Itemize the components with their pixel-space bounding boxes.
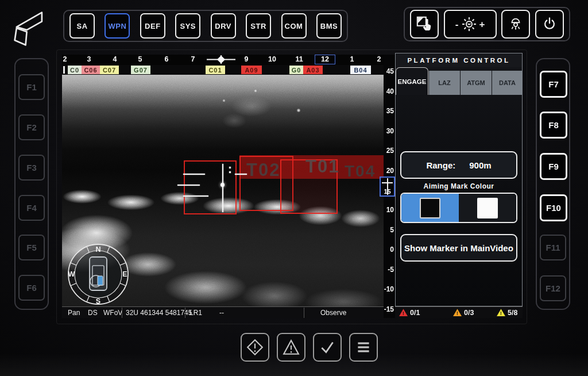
designation-chip[interactable]: G0 bbox=[289, 66, 303, 74]
nav-button-wpn[interactable]: WPN bbox=[105, 13, 130, 39]
designation-chip[interactable]: A09 bbox=[241, 66, 262, 74]
elevation-value: -5 bbox=[384, 266, 394, 274]
elevation-value: 5 bbox=[384, 226, 394, 234]
status-state: Observe bbox=[320, 309, 346, 317]
sight-video-view[interactable]: 2 3 4 5 6 7 9 10 11 12 1 2 C0 C06 C07 G bbox=[62, 55, 384, 318]
show-marker-button[interactable]: Show Marker in MainVideo bbox=[400, 234, 517, 262]
tab-atgm[interactable]: ATGM bbox=[461, 71, 492, 95]
warning-status-bar: ! 0/1 ! 0/3 ! 5/8 bbox=[395, 306, 523, 318]
azimuth-tick: 7 bbox=[191, 55, 195, 63]
nav-button-com[interactable]: COM bbox=[281, 13, 307, 39]
advisory-warning-item[interactable]: ! 5/8 bbox=[496, 308, 517, 317]
aiming-mark-colour-label: Aiming Mark Colour bbox=[396, 182, 522, 190]
fkey-f6[interactable]: F6 bbox=[18, 275, 45, 301]
fkey-f12[interactable]: F12 bbox=[540, 275, 566, 301]
nav-button-def[interactable]: DEF bbox=[140, 13, 165, 39]
main-menu-bar: SA WPN DEF SYS DRV STR COM BMS bbox=[63, 10, 348, 42]
advisory-count: 5/8 bbox=[508, 309, 517, 317]
designation-chip[interactable]: G07 bbox=[131, 66, 150, 74]
svg-text:!: ! bbox=[457, 310, 458, 316]
svg-text:!: ! bbox=[500, 310, 502, 316]
touch-toggle-icon bbox=[416, 16, 433, 33]
nav-button-sa[interactable]: SA bbox=[69, 13, 95, 39]
confirm-button[interactable] bbox=[313, 333, 342, 362]
azimuth-tick: 6 bbox=[165, 55, 169, 63]
fkey-column-left: F1 F2 F3 F4 F5 F6 bbox=[14, 58, 49, 310]
nav-button-bms[interactable]: BMS bbox=[316, 13, 342, 39]
nav-button-sys[interactable]: SYS bbox=[175, 13, 200, 39]
system-control-bar: - + bbox=[404, 7, 570, 41]
fkey-f1[interactable]: F1 bbox=[18, 74, 45, 100]
menu-button[interactable] bbox=[349, 333, 378, 362]
elevation-value: 0 bbox=[384, 245, 394, 254]
designation-chip[interactable]: C0 bbox=[68, 66, 82, 74]
power-icon bbox=[541, 16, 558, 32]
designation-chip[interactable]: C06 bbox=[82, 66, 100, 74]
reticle-dot bbox=[229, 171, 231, 173]
warning-list-button[interactable] bbox=[277, 333, 305, 362]
brightness-plus[interactable]: + bbox=[479, 20, 485, 29]
caution-triangle-icon: ! bbox=[452, 308, 462, 317]
status-fov: WFoV bbox=[103, 309, 122, 317]
designation-chip[interactable]: C01 bbox=[206, 66, 225, 74]
azimuth-tick: 3 bbox=[87, 55, 91, 63]
azimuth-tick: 9 bbox=[245, 55, 249, 63]
elevation-scale: 45 40 35 30 25 20 10 5 0 -5 -10 -15 15 bbox=[384, 55, 395, 318]
elevation-value: 10 bbox=[384, 206, 394, 214]
menu-list-icon bbox=[354, 338, 373, 356]
elevation-marker-crossbar bbox=[382, 182, 393, 183]
error-warning-item[interactable]: ! 0/1 bbox=[399, 308, 420, 317]
fkey-f9[interactable]: F9 bbox=[540, 153, 567, 180]
fkey-f5[interactable]: F5 bbox=[18, 235, 45, 260]
azimuth-tick: 11 bbox=[295, 55, 303, 63]
aiming-colour-black-option[interactable] bbox=[401, 194, 459, 222]
designation-row: C0 C06 C07 G07 C01 A09 G0 A03 B04 bbox=[62, 65, 384, 75]
range-value: 900m bbox=[469, 160, 491, 170]
fkey-f4[interactable]: F4 bbox=[18, 195, 45, 221]
nav-button-drv[interactable]: DRV bbox=[211, 13, 236, 39]
target-label-t02: T02 bbox=[246, 161, 280, 179]
caution-warning-item[interactable]: ! 0/3 bbox=[452, 308, 474, 317]
elevation-value: 30 bbox=[384, 127, 394, 135]
alert-acknowledge-button[interactable] bbox=[241, 333, 269, 362]
touch-toggle-button[interactable] bbox=[410, 10, 439, 39]
brightness-minus[interactable]: - bbox=[455, 20, 459, 29]
elevation-value: -15 bbox=[384, 305, 394, 313]
compass-north-label: N bbox=[95, 245, 100, 254]
panel-lamp-button[interactable] bbox=[501, 10, 530, 39]
azimuth-tick: 1 bbox=[350, 55, 354, 63]
status-sensor: DS bbox=[88, 309, 98, 317]
reticle-dot bbox=[229, 167, 231, 168]
target-label-t01: T01 bbox=[305, 158, 339, 175]
designation-chip[interactable]: B04 bbox=[350, 66, 371, 74]
warning-triangle-icon bbox=[282, 338, 300, 356]
fkey-f10[interactable]: F10 bbox=[540, 194, 567, 221]
range-button[interactable]: Range: 900m bbox=[400, 151, 517, 179]
aiming-box[interactable] bbox=[184, 160, 237, 214]
elevation-marker-value: 15 bbox=[381, 188, 394, 195]
elevation-marker: 15 bbox=[380, 177, 395, 197]
tab-data[interactable]: DATA bbox=[492, 71, 523, 95]
elevation-value: 40 bbox=[384, 87, 394, 95]
fkey-column-right: F7 F8 F9 F10 F11 F12 bbox=[536, 58, 570, 310]
elevation-value: 20 bbox=[384, 167, 394, 175]
designation-chip[interactable]: C07 bbox=[100, 66, 119, 74]
power-button[interactable] bbox=[535, 10, 564, 39]
svg-text:!: ! bbox=[403, 310, 404, 316]
fkey-f2[interactable]: F2 bbox=[18, 114, 45, 140]
elevation-value: 25 bbox=[384, 147, 394, 155]
tab-laz[interactable]: LAZ bbox=[429, 71, 460, 95]
fkey-f3[interactable]: F3 bbox=[18, 155, 45, 181]
elevation-value: 35 bbox=[384, 107, 394, 115]
tab-engage[interactable]: ENGAGE bbox=[396, 67, 428, 95]
designation-chip[interactable]: A03 bbox=[303, 66, 323, 74]
nav-button-str[interactable]: STR bbox=[246, 13, 271, 39]
azimuth-scale: 2 3 4 5 6 7 9 10 11 12 1 2 bbox=[62, 55, 384, 65]
fkey-f8[interactable]: F8 bbox=[540, 112, 567, 139]
brightness-control[interactable]: - + bbox=[444, 10, 497, 39]
fkey-f11[interactable]: F11 bbox=[540, 235, 566, 260]
aiming-colour-white-option[interactable] bbox=[459, 194, 516, 222]
reticle-center-dot bbox=[220, 183, 225, 187]
fkey-f7[interactable]: F7 bbox=[540, 71, 567, 98]
vehicle-hull-icon bbox=[90, 257, 107, 290]
